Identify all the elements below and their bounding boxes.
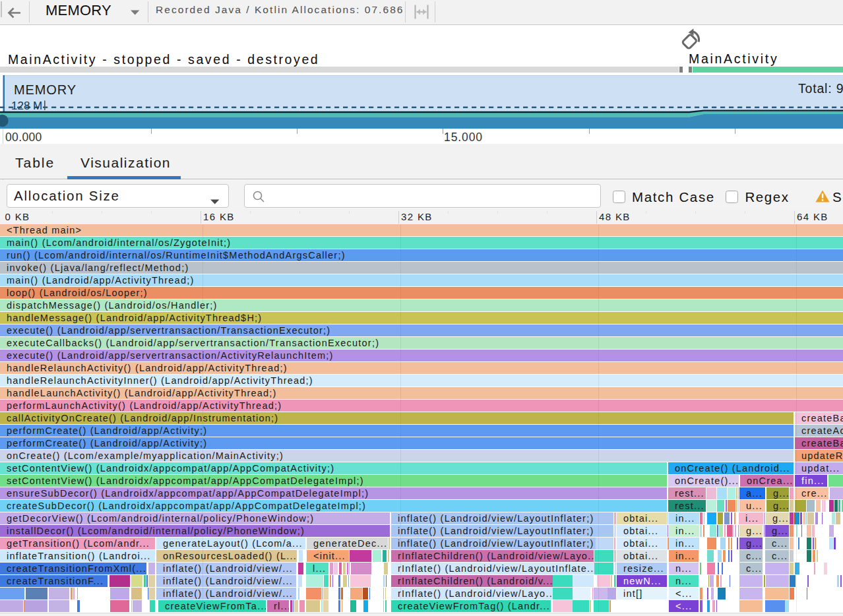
svg-text:Total: 9: Total: 9 [798, 81, 843, 96]
svg-text:MEMORY: MEMORY [14, 82, 77, 97]
svg-text:128 M: 128 M [11, 100, 42, 112]
